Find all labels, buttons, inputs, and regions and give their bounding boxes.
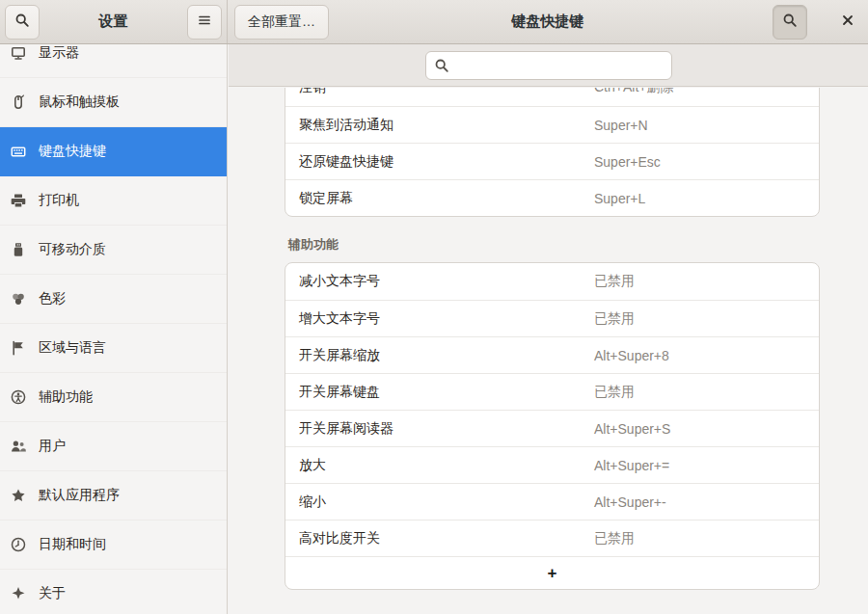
close-window-button[interactable] xyxy=(833,8,862,37)
sidebar-item-removable[interactable]: 可移动介质 xyxy=(0,226,227,275)
sidebar-item-label: 日期和时间 xyxy=(39,536,106,553)
shortcut-name: 放大 xyxy=(285,457,594,474)
sidebar-item-label: 打印机 xyxy=(39,192,79,209)
shortcut-binding: Alt+Super+= xyxy=(594,458,819,473)
close-icon xyxy=(840,13,855,32)
search-toggle-button[interactable] xyxy=(773,5,807,40)
sidebar-item-label: 区域与语言 xyxy=(39,339,106,357)
search-icon xyxy=(782,13,798,32)
sidebar-item-datetime[interactable]: 日期和时间 xyxy=(0,521,227,570)
sidebar: 显示器 鼠标和触摸板 键盘快捷键 打印机 可移动介质 色彩 区域与语言 辅助功能… xyxy=(0,44,228,614)
shortcut-row[interactable]: 缩小 Alt+Super+- xyxy=(285,483,819,520)
shortcut-row[interactable]: 增大文本字号 已禁用 xyxy=(285,300,819,336)
clock-icon xyxy=(11,537,26,552)
sidebar-item-display[interactable]: 显示器 xyxy=(0,44,227,78)
shortcut-row[interactable]: 还原键盘快捷键 Super+Esc xyxy=(285,143,819,179)
shortcut-row[interactable]: 锁定屏幕 Super+L xyxy=(285,179,819,216)
shortcut-binding: Super+N xyxy=(594,118,819,133)
shortcut-groups: 注销 Ctrl+Alt+删除 聚焦到活动通知 Super+N 还原键盘快捷键 S… xyxy=(285,88,820,590)
media-removable-icon xyxy=(11,242,26,257)
shortcut-binding: Alt+Super+- xyxy=(594,494,819,510)
shortcut-name: 聚焦到活动通知 xyxy=(285,117,594,134)
sidebar-item-label: 关于 xyxy=(39,585,66,602)
sidebar-item-printers[interactable]: 打印机 xyxy=(0,176,227,226)
shortcut-search-entry[interactable] xyxy=(425,51,672,80)
sidebar-item-color[interactable]: 色彩 xyxy=(0,275,227,324)
star-icon xyxy=(11,488,26,503)
shortcut-name: 高对比度开关 xyxy=(285,530,594,547)
search-icon xyxy=(14,13,30,32)
shortcut-row[interactable]: 开关屏幕缩放 Alt+Super+8 xyxy=(285,336,819,373)
shortcut-name: 还原键盘快捷键 xyxy=(285,153,594,171)
sidebar-item-keyboard[interactable]: 键盘快捷键 xyxy=(0,127,227,176)
shortcut-name: 注销 xyxy=(285,88,594,96)
shortcut-binding: Ctrl+Alt+删除 xyxy=(594,88,819,96)
shortcut-searchbar xyxy=(229,44,868,87)
shortcut-binding: Super+Esc xyxy=(594,154,819,170)
shortcut-row[interactable]: 开关屏幕阅读器 Alt+Super+S xyxy=(285,410,819,446)
shortcut-name: 减小文本字号 xyxy=(285,273,594,290)
content-pane: 注销 Ctrl+Alt+删除 聚焦到活动通知 Super+N 还原键盘快捷键 S… xyxy=(229,44,868,614)
settings-window: 设置 键盘快捷键 全部重置… 显示器 鼠标和触摸板 键盘快捷键 xyxy=(0,0,868,614)
sidebar-item-label: 可移动介质 xyxy=(39,241,106,258)
display-icon xyxy=(11,45,26,61)
shortcut-binding: Alt+Super+8 xyxy=(594,348,819,363)
shortcut-binding: 已禁用 xyxy=(594,384,819,401)
search-icon xyxy=(434,58,449,73)
sidebar-nav-list: 显示器 鼠标和触摸板 键盘快捷键 打印机 可移动介质 色彩 区域与语言 辅助功能… xyxy=(0,44,227,614)
sidebar-item-label: 用户 xyxy=(39,438,66,455)
headerbar-left: 设置 xyxy=(0,0,228,43)
sidebar-item-accessibility[interactable]: 辅助功能 xyxy=(0,373,227,422)
headerbar: 设置 键盘快捷键 全部重置… xyxy=(0,0,868,44)
shortcut-row[interactable]: 放大 Alt+Super+= xyxy=(285,446,819,483)
sidebar-item-label: 鼠标和触摸板 xyxy=(39,93,120,111)
sidebar-item-label: 辅助功能 xyxy=(39,388,93,406)
shortcut-row[interactable]: 聚焦到活动通知 Super+N xyxy=(285,106,819,143)
sidebar-item-default-apps[interactable]: 默认应用程序 xyxy=(0,471,227,521)
shortcuts-scroll-area[interactable]: 注销 Ctrl+Alt+删除 聚焦到活动通知 Super+N 还原键盘快捷键 S… xyxy=(229,88,868,614)
section-title: 辅助功能 xyxy=(288,235,820,254)
shortcut-binding: Super+L xyxy=(594,191,819,206)
sidebar-item-about[interactable]: 关于 xyxy=(0,570,227,614)
shortcut-binding: 已禁用 xyxy=(594,273,819,290)
shortcut-name: 锁定屏幕 xyxy=(285,190,594,207)
headerbar-right: 键盘快捷键 全部重置… xyxy=(228,0,868,43)
region-icon xyxy=(11,340,26,356)
sidebar-item-region[interactable]: 区域与语言 xyxy=(0,324,227,373)
add-shortcut-button[interactable]: + xyxy=(285,556,819,589)
sidebar-item-mouse[interactable]: 鼠标和触摸板 xyxy=(0,78,227,127)
keyboard-icon xyxy=(11,144,26,159)
printer-icon xyxy=(11,193,26,208)
shortcut-binding: Alt+Super+S xyxy=(594,421,819,437)
shortcut-binding: 已禁用 xyxy=(594,530,819,547)
mouse-icon xyxy=(11,94,26,110)
sidebar-search-button[interactable] xyxy=(5,5,40,40)
shortcut-row[interactable]: 高对比度开关 已禁用 xyxy=(285,520,819,556)
menu-icon xyxy=(197,13,212,32)
shortcut-row[interactable]: 注销 Ctrl+Alt+删除 xyxy=(285,88,819,106)
users-icon xyxy=(11,439,26,454)
sidebar-item-label: 色彩 xyxy=(39,290,66,307)
shortcut-row[interactable]: 开关屏幕键盘 已禁用 xyxy=(285,373,819,410)
shortcut-row[interactable]: 减小文本字号 已禁用 xyxy=(285,263,819,300)
sidebar-item-label: 默认应用程序 xyxy=(39,487,120,504)
shortcut-group-card: 减小文本字号 已禁用 增大文本字号 已禁用 开关屏幕缩放 Alt+Super+8… xyxy=(285,262,820,590)
shortcut-group-card: 注销 Ctrl+Alt+删除 聚焦到活动通知 Super+N 还原键盘快捷键 S… xyxy=(285,88,820,217)
accessibility-icon xyxy=(11,389,26,405)
shortcut-name: 缩小 xyxy=(285,494,594,511)
shortcut-name: 开关屏幕缩放 xyxy=(285,347,594,364)
color-icon xyxy=(11,291,26,307)
search-input[interactable] xyxy=(455,58,664,73)
sidebar-item-users[interactable]: 用户 xyxy=(0,422,227,471)
about-icon xyxy=(11,586,26,601)
sidebar-item-label: 显示器 xyxy=(39,44,79,62)
shortcut-binding: 已禁用 xyxy=(594,310,819,328)
menu-button[interactable] xyxy=(187,5,222,40)
shortcut-name: 增大文本字号 xyxy=(285,310,594,328)
sidebar-item-label: 键盘快捷键 xyxy=(39,143,106,160)
shortcut-name: 开关屏幕阅读器 xyxy=(285,420,594,438)
reset-all-button[interactable]: 全部重置… xyxy=(234,5,329,40)
shortcut-name: 开关屏幕键盘 xyxy=(285,384,594,401)
